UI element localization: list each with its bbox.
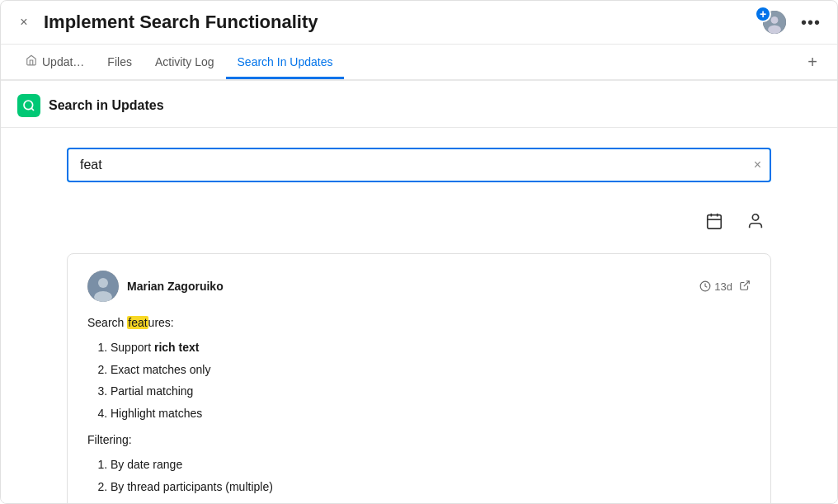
svg-point-9 — [752, 214, 758, 220]
list-item: By thread participants (multiple) — [111, 478, 751, 496]
title-actions: + ••• — [761, 9, 824, 35]
search-area: × — [1, 128, 837, 195]
svg-point-2 — [768, 26, 781, 35]
person-filter-button[interactable] — [740, 205, 771, 237]
svg-point-1 — [771, 16, 779, 24]
author-avatar — [87, 271, 119, 302]
clock-icon — [699, 280, 711, 292]
tabs-bar: Updat… Files Activity Log Search In Upda… — [1, 45, 837, 81]
svg-line-14 — [744, 280, 749, 285]
search-section-icon — [17, 94, 40, 117]
list-item: By date range — [111, 455, 751, 473]
list-item: Exact matches only — [111, 360, 751, 379]
tab-updates[interactable]: Updat… — [14, 46, 96, 79]
content-after-highlight: ures: — [148, 316, 174, 329]
tab-activity[interactable]: Activity Log — [144, 47, 226, 79]
page-title: Implement Search Functionality — [44, 12, 761, 33]
tab-updates-label: Updat… — [42, 55, 84, 68]
result-time-label: 13d — [714, 280, 732, 293]
tab-search-label: Search In Updates — [238, 55, 333, 68]
svg-rect-5 — [708, 215, 722, 229]
svg-point-3 — [24, 101, 33, 110]
list-item: Highlight matches — [111, 404, 751, 422]
feature-list: Support rich text Exact matches only Par… — [87, 338, 751, 422]
filtering-label: Filtering: — [87, 431, 751, 449]
title-bar: × Implement Search Functionality + ••• — [1, 1, 837, 45]
app-window: × Implement Search Functionality + ••• — [0, 0, 838, 504]
result-author: Marian Zagoruiko — [87, 271, 224, 302]
author-name: Marian Zagoruiko — [127, 280, 224, 293]
result-content: Search features: Support rich text Exact… — [87, 313, 751, 496]
result-time: 13d — [699, 280, 732, 293]
tab-files[interactable]: Files — [96, 47, 144, 79]
result-card: Marian Zagoruiko 13d — [67, 253, 771, 503]
add-tab-button[interactable]: + — [801, 50, 824, 73]
filtering-list: By date range By thread participants (mu… — [87, 455, 751, 496]
svg-point-11 — [98, 278, 108, 288]
search-input-wrapper: × — [67, 148, 771, 182]
list-item: Partial matching — [111, 382, 751, 400]
list-item: Support rich text — [111, 338, 751, 356]
result-meta: 13d — [699, 280, 751, 294]
highlight-text: feat — [127, 316, 148, 329]
home-icon — [26, 54, 37, 68]
content-before-highlight: Search — [87, 316, 127, 329]
close-button[interactable]: × — [14, 12, 34, 32]
more-options-button[interactable]: ••• — [798, 9, 824, 35]
search-input[interactable] — [68, 149, 770, 181]
search-clear-button[interactable]: × — [754, 158, 761, 172]
results-area: Marian Zagoruiko 13d — [1, 247, 837, 503]
avatar-group: + — [761, 9, 788, 35]
result-header: Marian Zagoruiko 13d — [87, 271, 751, 302]
section-header: Search in Updates — [1, 81, 837, 128]
add-member-icon[interactable]: + — [755, 6, 771, 22]
filter-row — [1, 195, 837, 247]
result-external-link[interactable] — [739, 280, 751, 294]
svg-line-4 — [31, 108, 34, 111]
content-area: Search in Updates × — [1, 81, 837, 503]
tab-activity-label: Activity Log — [155, 55, 214, 68]
tab-search[interactable]: Search In Updates — [226, 47, 345, 79]
bold-text: rich text — [154, 341, 199, 354]
tab-files-label: Files — [107, 55, 132, 68]
section-title: Search in Updates — [49, 98, 164, 113]
calendar-filter-button[interactable] — [699, 205, 730, 237]
